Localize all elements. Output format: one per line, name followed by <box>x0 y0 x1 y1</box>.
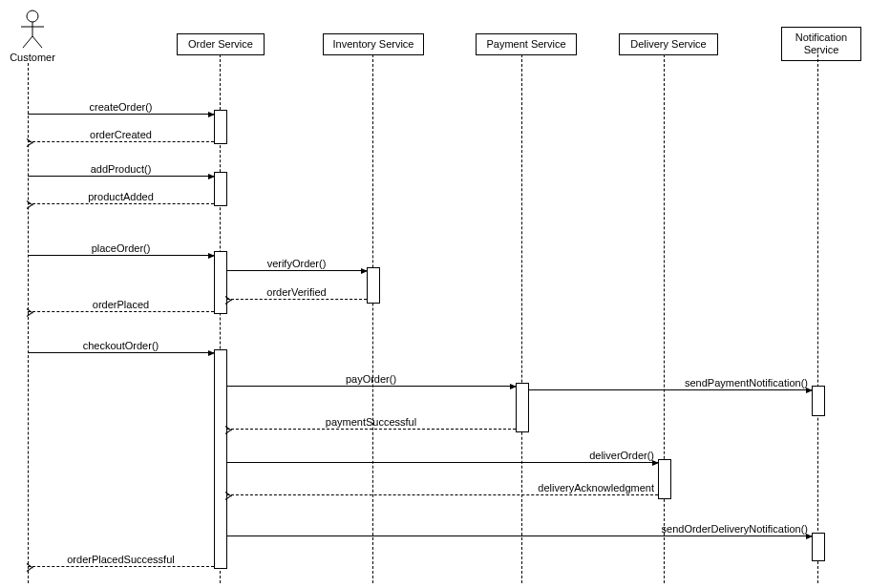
lifeline-inventory-service-label: Inventory Service <box>333 38 414 50</box>
msg-checkout-order: checkoutOrder() <box>28 352 214 353</box>
msg-send-payment-notification: sendPaymentNotification() <box>528 389 812 390</box>
lifeline-payment-service-label: Payment Service <box>486 38 565 50</box>
msg-add-product-label: addProduct() <box>28 163 214 175</box>
sequence-diagram: Customer Order Service Inventory Service… <box>0 0 869 588</box>
msg-payment-successful: paymentSuccessful <box>226 429 516 430</box>
msg-delivery-ack: deliveryAcknowledgment <box>226 494 658 495</box>
activation-payment-1 <box>516 383 529 432</box>
msg-checkout-order-label: checkoutOrder() <box>28 340 214 351</box>
msg-pay-order-label: payOrder() <box>226 373 516 385</box>
msg-order-placed-successful-label: orderPlacedSuccessful <box>28 554 214 565</box>
lifeline-line-delivery <box>664 54 665 583</box>
msg-place-order: placeOrder() <box>28 255 214 256</box>
svg-point-0 <box>27 10 38 22</box>
activation-delivery-1 <box>658 459 671 499</box>
activation-order-1 <box>214 110 227 144</box>
lifeline-delivery-service-label: Delivery Service <box>630 38 706 50</box>
actor-customer-label: Customer <box>0 52 67 63</box>
msg-order-verified-label: orderVerified <box>226 286 367 298</box>
msg-send-delivery-notification-label: sendOrderDeliveryNotification() <box>662 523 808 535</box>
msg-pay-order: payOrder() <box>226 386 516 387</box>
msg-verify-order: verifyOrder() <box>226 270 367 271</box>
lifeline-line-inventory <box>372 54 373 583</box>
msg-product-added: productAdded <box>28 203 214 204</box>
msg-send-delivery-notification: sendOrderDeliveryNotification() <box>226 536 812 536</box>
activation-notification-1 <box>812 386 825 416</box>
stick-figure-icon <box>18 10 47 50</box>
msg-verify-order-label: verifyOrder() <box>226 258 367 269</box>
actor-customer: Customer <box>13 10 52 52</box>
msg-deliver-order-label: deliverOrder() <box>589 450 654 461</box>
msg-create-order: createOrder() <box>28 114 214 115</box>
msg-deliver-order: deliverOrder() <box>226 462 658 463</box>
msg-order-verified: orderVerified <box>226 299 367 300</box>
msg-order-placed-successful: orderPlacedSuccessful <box>28 566 214 567</box>
lifeline-line-notification <box>817 54 818 583</box>
msg-order-created-label: orderCreated <box>28 129 214 140</box>
msg-order-created: orderCreated <box>28 141 214 142</box>
svg-line-3 <box>23 36 32 48</box>
lifeline-delivery-service: Delivery Service <box>619 33 718 55</box>
msg-payment-successful-label: paymentSuccessful <box>226 416 516 428</box>
msg-order-placed-label: orderPlaced <box>28 299 214 310</box>
activation-notification-2 <box>812 533 825 561</box>
activation-order-4 <box>214 349 227 569</box>
activation-inventory-1 <box>367 267 380 304</box>
msg-place-order-label: placeOrder() <box>28 242 214 254</box>
lifeline-notification-service: Notification Service <box>781 27 861 61</box>
msg-add-product: addProduct() <box>28 176 214 177</box>
msg-delivery-ack-label: deliveryAcknowledgment <box>538 482 654 494</box>
svg-line-4 <box>32 36 42 48</box>
lifeline-inventory-service: Inventory Service <box>323 33 424 55</box>
lifeline-order-service-label: Order Service <box>188 38 253 50</box>
lifeline-notification-service-label: Notification Service <box>795 32 847 55</box>
msg-order-placed: orderPlaced <box>28 311 214 312</box>
activation-order-2 <box>214 172 227 206</box>
lifeline-line-payment <box>521 54 522 583</box>
msg-send-payment-notification-label: sendPaymentNotification() <box>685 377 808 388</box>
msg-create-order-label: createOrder() <box>28 101 214 113</box>
lifeline-payment-service: Payment Service <box>476 33 577 55</box>
lifeline-order-service: Order Service <box>177 33 265 55</box>
msg-product-added-label: productAdded <box>28 191 214 202</box>
